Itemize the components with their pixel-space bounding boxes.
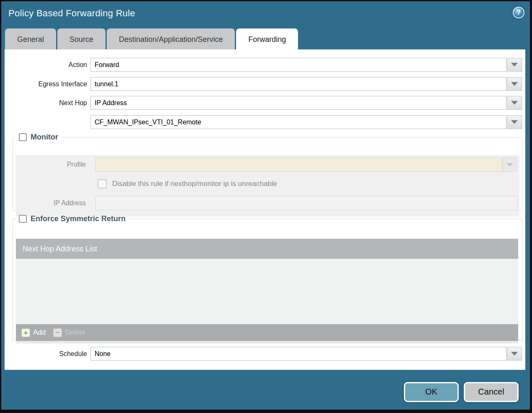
egress-interface-dropdown-button[interactable] (507, 77, 522, 91)
chevron-down-icon (511, 120, 518, 124)
plus-icon: + (21, 328, 30, 337)
policy-based-forwarding-dialog: Policy Based Forwarding Rule ? General S… (0, 0, 532, 413)
help-icon[interactable]: ? (513, 7, 524, 18)
chevron-down-icon (511, 101, 518, 105)
tab-source[interactable]: Source (57, 28, 105, 51)
next-hop-address-combo (90, 115, 522, 129)
cancel-button[interactable]: Cancel (464, 382, 519, 402)
enforce-symmetric-return-legend-label: Enforce Symmetric Return (31, 214, 126, 223)
monitor-ip-address-row: IP Address (16, 196, 517, 210)
next-hop-address-row (5, 115, 522, 129)
monitor-panel: Profile Disable this rule if nexthop/mon… (16, 155, 519, 217)
add-button-label: Add (33, 328, 46, 337)
egress-interface-input[interactable] (90, 77, 506, 91)
monitor-ip-address-label: IP Address (16, 196, 86, 210)
schedule-row: Schedule (5, 347, 522, 361)
action-label: Action (5, 58, 87, 72)
egress-interface-row: Egress Interface (5, 77, 522, 91)
next-hop-address-input[interactable] (90, 115, 506, 129)
delete-button: − Delete (53, 328, 85, 337)
tab-forwarding[interactable]: Forwarding (236, 28, 298, 51)
monitor-legend: Monitor (16, 133, 61, 142)
ok-button[interactable]: OK (404, 382, 459, 402)
chevron-down-icon (511, 82, 518, 86)
next-hop-address-list-body (16, 259, 518, 324)
delete-button-label: Delete (65, 328, 85, 337)
monitor-fieldset: Monitor Profile Disable this rule if nex… (13, 133, 523, 211)
monitor-legend-label: Monitor (31, 133, 58, 142)
profile-label: Profile (16, 157, 86, 172)
schedule-dropdown-button[interactable] (507, 347, 522, 361)
schedule-label: Schedule (5, 347, 87, 361)
dialog-title: Policy Based Forwarding Rule (8, 8, 135, 19)
table-bottom-strip (16, 341, 518, 343)
disable-rule-checkbox (98, 179, 107, 188)
profile-input (95, 157, 502, 172)
schedule-input[interactable] (90, 347, 506, 361)
next-hop-type-dropdown-button[interactable] (507, 96, 522, 110)
egress-interface-label: Egress Interface (5, 77, 87, 91)
chevron-down-icon (511, 63, 518, 67)
next-hop-address-list-header: Next Hop Address List (16, 239, 518, 259)
enforce-symmetric-return-legend: Enforce Symmetric Return (16, 214, 129, 223)
schedule-combo (90, 347, 522, 361)
tab-general[interactable]: General (5, 28, 56, 51)
tab-destination-application-service[interactable]: Destination/Application/Service (107, 28, 235, 51)
next-hop-address-list-toolbar: + Add − Delete (16, 324, 518, 341)
action-row: Action (5, 58, 522, 72)
action-dropdown-button[interactable] (507, 58, 522, 72)
forwarding-tab-panel: Action Egress Interface Next Hop (5, 49, 525, 370)
profile-dropdown-button (503, 157, 517, 172)
enforce-symmetric-return-checkbox[interactable] (19, 215, 27, 223)
next-hop-address-label-spacer (5, 115, 87, 129)
monitor-ip-address-input (95, 196, 517, 210)
next-hop-type-combo (90, 96, 522, 110)
next-hop-address-list-table: Next Hop Address List + Add − Delete (16, 239, 518, 343)
enforce-symmetric-return-fieldset: Enforce Symmetric Return Next Hop Addres… (13, 214, 523, 341)
add-button[interactable]: + Add (21, 328, 46, 337)
disable-rule-label: Disable this rule if nexthop/monitor ip … (112, 180, 277, 188)
next-hop-address-dropdown-button[interactable] (507, 115, 522, 129)
next-hop-type-input[interactable] (90, 96, 506, 110)
next-hop-row: Next Hop (5, 96, 522, 110)
action-combo (90, 58, 522, 72)
chevron-down-icon (506, 163, 513, 167)
egress-interface-combo (90, 77, 522, 91)
monitor-checkbox[interactable] (19, 133, 27, 141)
minus-icon: − (53, 328, 62, 337)
chevron-down-icon (511, 352, 518, 356)
tab-bar: General Source Destination/Application/S… (5, 28, 298, 51)
profile-row: Profile (16, 157, 517, 172)
disable-rule-row: Disable this rule if nexthop/monitor ip … (16, 177, 277, 191)
next-hop-label: Next Hop (5, 96, 87, 110)
action-input[interactable] (90, 58, 506, 72)
